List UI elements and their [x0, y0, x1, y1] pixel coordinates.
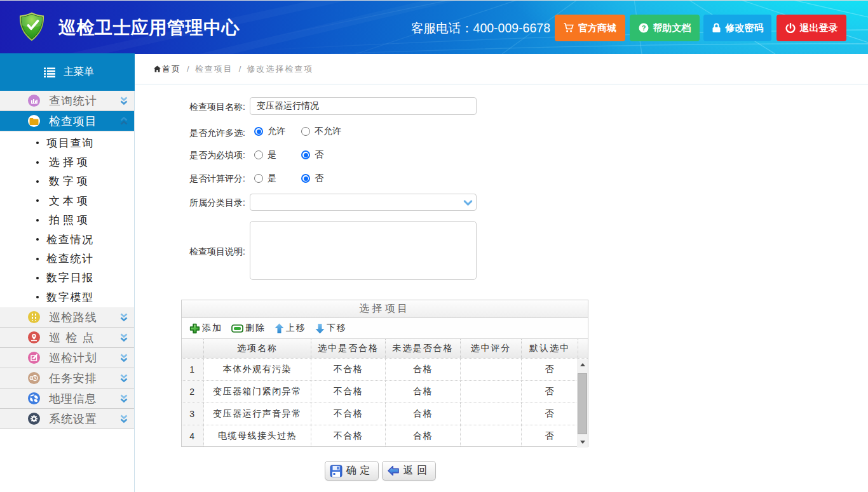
svg-text:?: ?	[641, 24, 646, 32]
